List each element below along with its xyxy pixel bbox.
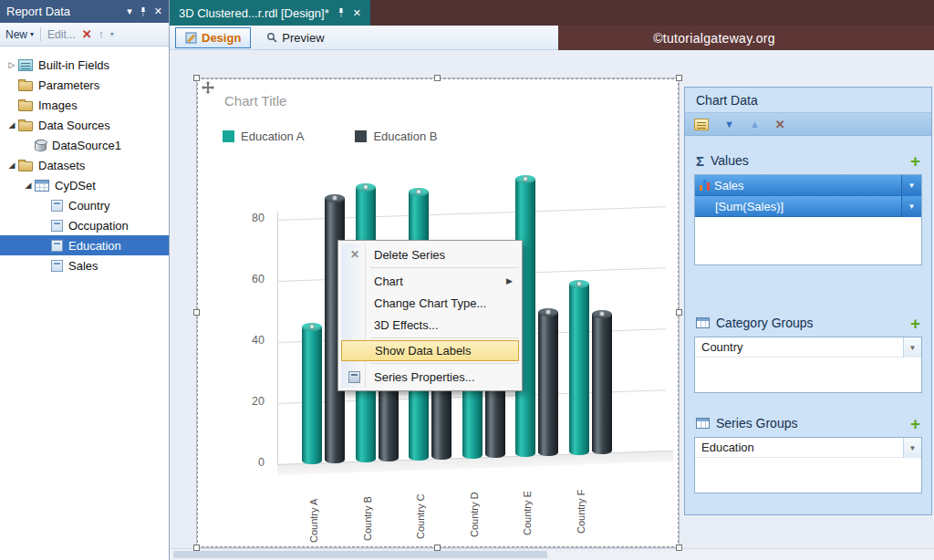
menu-item-label: Delete Series xyxy=(374,248,445,262)
tree-item-sales[interactable]: Sales xyxy=(0,255,169,275)
chart-series-icon xyxy=(700,180,710,191)
properties-list-icon[interactable] xyxy=(694,119,709,130)
watermark-banner: ©tutorialgateway.org xyxy=(558,26,934,50)
context-menu-items: ✕Delete SeriesChart▶Change Chart Type...… xyxy=(341,244,519,388)
resize-handle-bl[interactable] xyxy=(193,544,200,551)
sigma-icon: Σ xyxy=(696,153,704,169)
category-group-row-country[interactable]: Country▼ xyxy=(695,337,921,358)
report-data-panel: Report Data ▾ ✕ New▾ Edit... ✕ ↑ ▾ ▷Buil… xyxy=(0,0,170,560)
resize-handle-t[interactable] xyxy=(434,75,441,81)
series-group-row-education[interactable]: Education▼ xyxy=(695,438,921,458)
menu-item-show-data-labels[interactable]: Show Data Labels xyxy=(341,340,519,361)
add-category-group-button[interactable]: + xyxy=(910,315,920,332)
field-icon xyxy=(51,200,63,212)
tab-preview-label: Preview xyxy=(282,31,324,45)
tree-item-education[interactable]: Education xyxy=(0,235,169,255)
x-axis-label: Country F xyxy=(576,464,588,534)
y-axis-tick-label: 40 xyxy=(228,334,265,347)
tree-item-label: CyDSet xyxy=(55,179,96,192)
tab-design[interactable]: Design xyxy=(175,27,251,48)
expander-icon[interactable]: ◢ xyxy=(5,120,18,130)
resize-handle-tr[interactable] xyxy=(676,75,682,81)
pin-icon[interactable] xyxy=(139,6,148,17)
expander-icon[interactable]: ▷ xyxy=(5,60,18,69)
close-icon[interactable]: ✕ xyxy=(154,6,162,16)
pin-icon[interactable] xyxy=(337,7,346,18)
tree-item-label: Datasets xyxy=(38,159,85,172)
document-tab[interactable]: 3D Clustered...r.rdl [Design]* ✕ xyxy=(170,0,370,26)
menu-item-series-properties[interactable]: Series Properties... xyxy=(341,366,519,388)
series-groups-list: Education▼ xyxy=(694,437,922,493)
category-group-row-label: Country xyxy=(701,340,743,354)
tree-item-cydset[interactable]: ◢CyDSet xyxy=(0,175,169,195)
move-down-icon[interactable]: ▼ xyxy=(724,119,734,130)
tree-item-occupation[interactable]: Occupation xyxy=(0,215,169,235)
bar-education-a-country-f[interactable] xyxy=(569,284,589,455)
tree-item-data-sources[interactable]: ◢Data Sources xyxy=(0,115,169,135)
dropdown-button[interactable]: ▼ xyxy=(903,337,921,358)
tree-item-parameters[interactable]: Parameters xyxy=(0,75,169,95)
watermark-text: ©tutorialgateway.org xyxy=(653,31,775,46)
bar-education-b-country-e[interactable] xyxy=(538,312,558,455)
category-groups-icon xyxy=(696,317,710,328)
tree-item-country[interactable]: Country xyxy=(0,195,169,215)
close-icon[interactable]: ✕ xyxy=(353,7,361,19)
move-up-icon[interactable]: ▲ xyxy=(750,119,760,130)
menu-separator xyxy=(370,267,519,268)
series-groups-label: Series Groups xyxy=(716,416,797,430)
database-icon xyxy=(35,140,47,151)
toolbar-overflow-dropdown[interactable]: ▾ xyxy=(110,30,114,38)
values-row-sum-sales[interactable]: [Sum(Sales)]▼ xyxy=(695,196,921,217)
category-groups-list: Country▼ xyxy=(694,337,922,393)
resize-handle-b[interactable] xyxy=(434,544,441,551)
horizontal-scrollbar[interactable] xyxy=(170,548,934,560)
panel-menu-dropdown-icon[interactable]: ▾ xyxy=(127,6,132,16)
values-row-sales[interactable]: Sales▼ xyxy=(695,175,921,196)
menu-item-label: Series Properties... xyxy=(374,370,475,384)
add-series-group-button[interactable]: + xyxy=(910,415,920,432)
values-section-header: Σ Values + xyxy=(685,149,931,172)
resize-handle-br[interactable] xyxy=(676,544,682,551)
field-icon xyxy=(51,220,63,232)
tab-preview[interactable]: Preview xyxy=(256,27,334,48)
resize-handle-r[interactable] xyxy=(676,309,682,316)
resize-handle-tl[interactable] xyxy=(193,75,200,81)
x-axis-label: Country D xyxy=(469,468,482,537)
values-list: Sales▼[Sum(Sales)]▼ xyxy=(694,174,922,265)
chart-data-panel: Chart Data ▼ ▲ ✕ Σ Values + Sales▼[Sum(S… xyxy=(684,87,932,515)
dropdown-button[interactable]: ▼ xyxy=(903,438,921,458)
y-axis-line xyxy=(277,212,278,464)
dropdown-button[interactable]: ▼ xyxy=(901,196,921,217)
tree-item-label: Parameters xyxy=(38,78,99,92)
bar-education-a-country-a[interactable] xyxy=(302,327,322,464)
tree-item-label: DataSource1 xyxy=(52,139,121,152)
tree-item-label: Education xyxy=(68,239,121,253)
add-value-button[interactable]: + xyxy=(910,152,920,170)
resize-handle-l[interactable] xyxy=(193,309,200,316)
menu-item-chart[interactable]: Chart▶ xyxy=(341,270,519,292)
dropdown-button[interactable]: ▼ xyxy=(901,175,921,196)
expander-icon[interactable]: ◢ xyxy=(5,161,18,170)
delete-icon[interactable]: ✕ xyxy=(775,119,785,130)
menu-item-3d-effects[interactable]: 3D Effects... xyxy=(341,314,519,336)
move-up-button[interactable]: ↑ xyxy=(99,28,104,41)
menu-item-change-chart-type[interactable]: Change Chart Type... xyxy=(341,292,519,314)
tree-item-label: Data Sources xyxy=(38,119,110,132)
menu-item-delete-series[interactable]: ✕Delete Series xyxy=(341,244,519,265)
scrollbar-thumb[interactable] xyxy=(173,551,547,558)
design-icon xyxy=(185,32,197,44)
edit-button[interactable]: Edit... xyxy=(47,28,76,41)
move-handle-icon[interactable] xyxy=(202,81,214,98)
tree-item-images[interactable]: Images xyxy=(0,95,169,115)
new-button[interactable]: New▾ xyxy=(5,28,34,41)
expander-icon[interactable]: ◢ xyxy=(22,181,35,190)
y-axis-tick-label: 80 xyxy=(228,212,265,224)
menu-item-label: 3D Effects... xyxy=(374,318,439,332)
delete-button[interactable]: ✕ xyxy=(82,27,92,41)
tree-item-datasets[interactable]: ◢Datasets xyxy=(0,155,169,175)
view-tab-bar: Design Preview xyxy=(170,26,558,50)
bar-education-b-country-f[interactable] xyxy=(592,314,612,454)
tree-item-built-in-fields[interactable]: ▷Built-in Fields xyxy=(0,55,169,75)
submenu-arrow-icon: ▶ xyxy=(506,276,513,285)
tree-item-datasource1[interactable]: DataSource1 xyxy=(0,135,169,155)
